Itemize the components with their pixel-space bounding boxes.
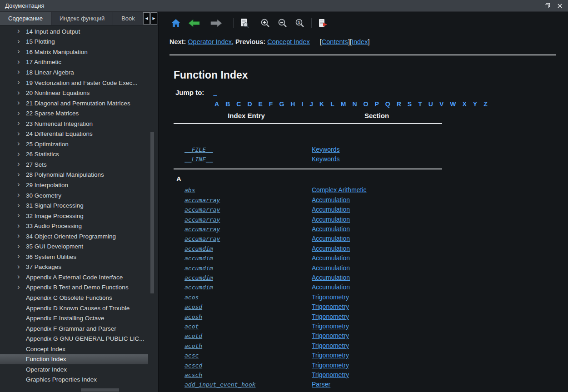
tree-item[interactable]: › 22 Sparse Matrices	[0, 108, 148, 119]
tree-item[interactable]: › 23 Numerical Integration	[0, 119, 148, 129]
chevron-right-icon[interactable]: ›	[17, 221, 20, 230]
tree-item[interactable]: › Appendix A External Code Interface	[0, 272, 148, 283]
tab-scroll-right-icon[interactable]: ▶	[150, 12, 157, 25]
function-link[interactable]: accumarray	[184, 197, 220, 203]
tree-item[interactable]: › 37 Packages	[0, 262, 148, 273]
chevron-right-icon[interactable]: ›	[17, 149, 20, 159]
tree-item[interactable]: › Appendix C Obsolete Functions	[0, 293, 148, 303]
letter-link[interactable]: G	[279, 100, 284, 108]
zoom-original-icon[interactable]: 1	[295, 18, 305, 28]
letter-link[interactable]: P	[374, 100, 379, 108]
section-link[interactable]: Accumulation	[312, 264, 350, 272]
tree-item[interactable]: › 29 Interpolation	[0, 180, 148, 190]
letter-link[interactable]: Y	[473, 100, 477, 108]
tree-item[interactable]: › 27 Sets	[0, 159, 148, 170]
tree-item[interactable]: › Appendix F Grammar and Parser	[0, 323, 148, 334]
chevron-right-icon[interactable]: ›	[17, 200, 20, 209]
tree-item[interactable]: › 34 Object Oriented Programming	[0, 231, 148, 242]
tree-item[interactable]: › 32 Image Processing	[0, 211, 148, 221]
letter-link[interactable]: Q	[385, 100, 390, 108]
chevron-right-icon[interactable]: ›	[17, 242, 20, 251]
tree-item[interactable]: › 15 Plotting	[0, 37, 148, 47]
letter-link[interactable]: I	[301, 100, 303, 108]
sidebar-tab[interactable]: Содержание	[0, 12, 51, 25]
chevron-right-icon[interactable]: ›	[17, 139, 20, 148]
letter-link[interactable]: K	[319, 100, 324, 108]
function-link[interactable]: acsc	[184, 352, 199, 359]
back-icon[interactable]	[188, 19, 200, 27]
function-link[interactable]: acoth	[184, 342, 202, 349]
function-link[interactable]: accumarray	[184, 226, 220, 233]
section-link[interactable]: Trigonometry	[312, 313, 349, 320]
tree-item[interactable]: › 25 Optimization	[0, 139, 148, 149]
function-link[interactable]: acosd	[184, 303, 202, 310]
tree-item[interactable]: › 33 Audio Processing	[0, 221, 148, 231]
sidebar-tab[interactable]: Book	[113, 12, 144, 25]
tree-item[interactable]: › Graphics Properties Index	[0, 375, 148, 385]
function-link[interactable]: acos	[184, 294, 199, 301]
letter-link[interactable]: H	[290, 100, 295, 108]
sidebar-vertical-scrollbar[interactable]	[150, 132, 154, 293]
function-link[interactable]: accumdim	[184, 284, 213, 291]
chevron-right-icon[interactable]: ›	[17, 211, 20, 220]
function-link[interactable]: acotd	[184, 332, 202, 339]
chevron-right-icon[interactable]: ›	[17, 180, 20, 189]
section-link[interactable]: Accumulation	[312, 245, 350, 252]
bookmark-page-icon[interactable]	[318, 18, 328, 28]
function-link[interactable]: acsch	[184, 372, 202, 378]
tree-item[interactable]: › 19 Vectorization and Faster Code Exec.…	[0, 78, 148, 88]
section-link[interactable]: Accumulation	[312, 196, 350, 203]
tree-item[interactable]: › Appendix D Known Causes of Trouble	[0, 303, 148, 313]
letter-link[interactable]: L	[330, 100, 334, 108]
underscore-link[interactable]: _	[214, 89, 217, 96]
index-link[interactable]: Index	[352, 38, 368, 45]
letter-link[interactable]: F	[269, 100, 273, 108]
chevron-right-icon[interactable]: ›	[17, 159, 20, 169]
letter-link[interactable]: W	[450, 100, 456, 108]
function-link[interactable]: accumdim	[184, 245, 213, 252]
chevron-right-icon[interactable]: ›	[17, 262, 20, 271]
letter-link[interactable]: O	[364, 100, 369, 108]
function-link[interactable]: abs	[184, 187, 195, 194]
tree-item[interactable]: › Operator Index	[0, 364, 148, 375]
tree-item[interactable]: › 14 Input and Output	[0, 26, 148, 37]
function-link[interactable]: accumarray	[184, 216, 220, 223]
section-link[interactable]: Trigonometry	[312, 342, 349, 349]
function-link[interactable]: __FILE__	[184, 146, 213, 153]
home-icon[interactable]	[171, 19, 181, 28]
letter-link[interactable]: B	[225, 100, 230, 108]
letter-link[interactable]: C	[236, 100, 241, 108]
section-link[interactable]: Keywords	[312, 146, 339, 153]
function-link[interactable]: accumarray	[184, 235, 220, 242]
letter-link[interactable]: D	[247, 100, 252, 108]
function-link[interactable]: __LINE__	[184, 156, 213, 163]
tab-scroll-left-icon[interactable]: ◀	[143, 12, 150, 25]
letter-link[interactable]: A	[214, 100, 219, 108]
section-link[interactable]: Trigonometry	[312, 362, 349, 369]
section-link[interactable]: Trigonometry	[312, 352, 349, 359]
letter-link[interactable]: R	[397, 100, 401, 108]
chevron-right-icon[interactable]: ›	[17, 108, 20, 117]
next-link[interactable]: Operator Index	[188, 38, 232, 45]
section-link[interactable]: Keywords	[312, 155, 339, 163]
letter-link[interactable]: M	[341, 100, 346, 108]
forward-icon[interactable]	[210, 19, 222, 27]
letter-link[interactable]: E	[259, 100, 263, 108]
tree-item[interactable]: › 21 Diagonal and Permutation Matrices	[0, 98, 148, 109]
function-link[interactable]: acscd	[184, 362, 202, 369]
function-link[interactable]: accumarray	[184, 206, 220, 213]
chevron-right-icon[interactable]: ›	[17, 283, 20, 292]
tree-item[interactable]: › Appendix B Test and Demo Functions	[0, 283, 148, 293]
chevron-right-icon[interactable]: ›	[17, 119, 20, 128]
sidebar-tab[interactable]: Индекс функций	[51, 12, 113, 25]
section-link[interactable]: Trigonometry	[312, 293, 349, 301]
section-link[interactable]: Accumulation	[312, 216, 350, 223]
tree-item[interactable]: › 18 Linear Algebra	[0, 67, 148, 78]
chevron-right-icon[interactable]: ›	[17, 47, 20, 56]
chevron-right-icon[interactable]: ›	[17, 231, 20, 240]
letter-link[interactable]: J	[309, 100, 313, 108]
tree-item[interactable]: › 17 Arithmetic	[0, 57, 148, 68]
tree-item[interactable]: › 36 System Utilities	[0, 252, 148, 262]
section-link[interactable]: Accumulation	[312, 283, 350, 291]
tree-item[interactable]: › 16 Matrix Manipulation	[0, 47, 148, 57]
